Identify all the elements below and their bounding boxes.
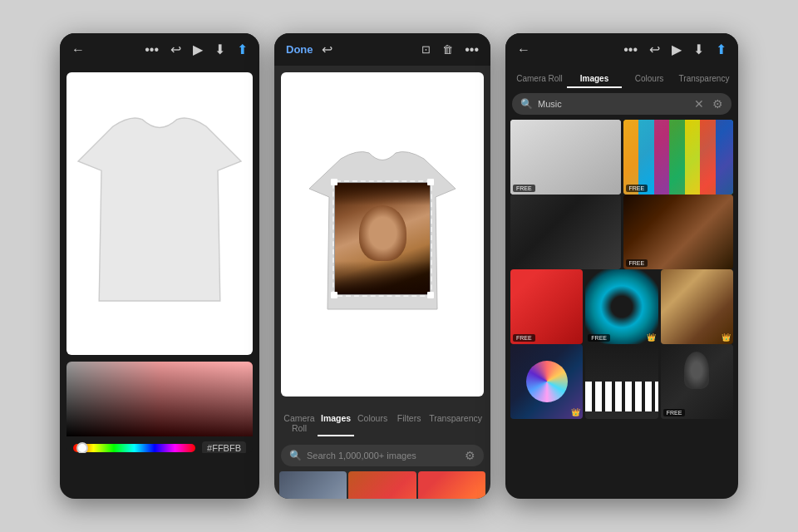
- undo-icon[interactable]: ↩: [322, 42, 332, 57]
- phone-left: ← ••• ↩ ▶ ⬇ ⬆ #FFBFB: [60, 33, 259, 499]
- middle-search-bar[interactable]: 🔍 ⚙: [281, 445, 484, 466]
- grid-bg-3: [418, 471, 485, 499]
- r-tab-colours[interactable]: Colours: [622, 71, 677, 88]
- search-icon: 🔍: [289, 450, 302, 461]
- left-top-bar: ← ••• ↩ ▶ ⬇ ⬆: [60, 33, 259, 66]
- grid-item-2[interactable]: FREE: [348, 471, 416, 499]
- right-row-3: FREE FREE 👑 👑: [510, 269, 733, 344]
- handle-tl[interactable]: [331, 179, 337, 185]
- right-icons-r: ••• ↩ ▶ ⬇ ⬆: [623, 42, 727, 57]
- r-cell-hand[interactable]: FREE: [623, 195, 734, 269]
- middle-tab-nav: Camera Roll Images Colours Filters Trans…: [274, 403, 490, 440]
- play-icon[interactable]: ▶: [193, 42, 203, 57]
- tab-images[interactable]: Images: [318, 410, 354, 436]
- free-badge-r1: FREE: [513, 185, 535, 192]
- tab-camera-roll[interactable]: Camera Roll: [281, 410, 318, 436]
- share-icon-r[interactable]: ⬆: [716, 42, 727, 57]
- grid-item-1[interactable]: [279, 471, 347, 499]
- r-cell-piano[interactable]: [585, 344, 658, 419]
- hue-bar-row: #FFBFB: [66, 436, 253, 453]
- tab-filters[interactable]: Filters: [391, 410, 427, 436]
- hue-thumb[interactable]: [76, 442, 88, 453]
- free-badge-r3a: FREE: [513, 334, 535, 342]
- r-tab-images[interactable]: Images: [567, 71, 622, 88]
- free-badge-r2b: FREE: [626, 259, 648, 267]
- filter-icon[interactable]: ⚙: [465, 449, 475, 462]
- download-icon[interactable]: ⬇: [214, 42, 225, 57]
- free-badge-r4c: FREE: [663, 409, 686, 416]
- r-cell-keys-dark[interactable]: [510, 195, 621, 269]
- crown-badge-r4a: 👑: [571, 408, 580, 416]
- bottom-image-grid: FREE FREE: [279, 471, 485, 499]
- phone-middle: Done ↩ ⊡ 🗑 •••: [274, 33, 490, 499]
- phone-right: ← ••• ↩ ▶ ⬇ ⬆ Camera Roll Images Colours…: [505, 33, 738, 499]
- more-icon-r[interactable]: •••: [623, 42, 638, 57]
- r-cell-mic[interactable]: FREE: [661, 344, 733, 419]
- r-cell-guitar2[interactable]: 👑: [661, 269, 733, 344]
- r-cell-headphones[interactable]: FREE: [510, 120, 621, 195]
- left-canvas: [66, 72, 253, 355]
- hue-bar[interactable]: [73, 444, 195, 452]
- share-icon[interactable]: ⬆: [237, 42, 248, 57]
- right-tab-nav: Camera Roll Images Colours Transparency: [505, 66, 738, 88]
- undo-icon[interactable]: ↩: [170, 42, 181, 57]
- search-icon-r: 🔍: [520, 98, 533, 110]
- crop-icon[interactable]: ⊡: [421, 43, 431, 56]
- grid-item-3[interactable]: FREE: [418, 471, 485, 499]
- tshirt-container: [299, 139, 466, 330]
- search-input[interactable]: [307, 451, 460, 461]
- tab-colours[interactable]: Colours: [354, 410, 391, 436]
- r-cell-vinyl[interactable]: FREE 👑: [585, 269, 658, 344]
- selection-box: [332, 180, 432, 297]
- r-tab-camera-roll[interactable]: Camera Roll: [512, 71, 567, 88]
- right-top-bar: ← ••• ↩ ▶ ⬇ ⬆: [505, 33, 738, 66]
- more-icon[interactable]: •••: [145, 42, 159, 57]
- right-search-bar[interactable]: 🔍 ✕ ⚙: [512, 93, 732, 115]
- handle-bl[interactable]: [331, 292, 337, 298]
- undo-icon-r[interactable]: ↩: [649, 42, 660, 57]
- screens-container: ← ••• ↩ ▶ ⬇ ⬆ #FFBFB: [60, 33, 738, 499]
- right-icons: ⊡ 🗑 •••: [421, 42, 479, 57]
- grid-bg-1: [279, 471, 347, 499]
- grid-bg-2: [348, 471, 416, 499]
- crown-badge-r3c: 👑: [722, 333, 731, 342]
- delete-icon[interactable]: 🗑: [442, 43, 453, 56]
- r-cell-dj[interactable]: FREE: [510, 269, 583, 344]
- back-icon[interactable]: ←: [517, 42, 530, 57]
- color-picker[interactable]: #FFBFB: [66, 362, 253, 453]
- tshirt-white: [66, 72, 253, 355]
- right-row-2: FREE: [510, 195, 733, 269]
- r-tab-transparency[interactable]: Transparency: [677, 71, 732, 88]
- r-cell-guitars[interactable]: FREE: [623, 120, 734, 195]
- play-icon-r[interactable]: ▶: [672, 42, 682, 57]
- middle-canvas: [281, 72, 484, 397]
- free-badge-r1b: FREE: [626, 185, 648, 192]
- right-row-4: 👑 FREE: [510, 344, 733, 419]
- right-search-input[interactable]: [538, 99, 689, 109]
- download-icon-r[interactable]: ⬇: [693, 42, 704, 57]
- tab-transparency[interactable]: Transparency: [427, 410, 484, 436]
- done-button[interactable]: Done: [286, 43, 313, 56]
- r-cell-cd[interactable]: 👑: [510, 344, 583, 419]
- back-icon[interactable]: ←: [71, 42, 85, 57]
- middle-top-bar: Done ↩ ⊡ 🗑 •••: [274, 33, 490, 66]
- gradient-box[interactable]: [66, 362, 253, 436]
- free-badge-r3b: FREE: [588, 334, 610, 342]
- right-row-1: FREE FREE: [510, 120, 733, 195]
- clear-button[interactable]: ✕: [694, 97, 704, 111]
- hex-display: #FFBFB: [202, 441, 246, 453]
- crown-badge-r3b: 👑: [647, 333, 656, 342]
- more-icon[interactable]: •••: [465, 42, 479, 57]
- handle-br[interactable]: [427, 292, 434, 298]
- handle-tr[interactable]: [427, 179, 434, 185]
- filter-icon-r[interactable]: ⚙: [712, 97, 723, 111]
- right-icons: ••• ↩ ▶ ⬇ ⬆: [145, 42, 248, 57]
